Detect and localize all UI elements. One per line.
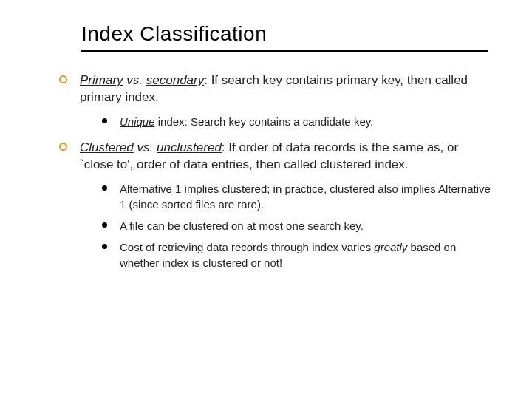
title-rule — [81, 50, 488, 52]
sub-list: Unique index: Search key contains a cand… — [102, 114, 495, 129]
sub-list: Alternative 1 implies clustered; in prac… — [102, 181, 495, 270]
slide-title: Index Classification — [81, 22, 495, 46]
list-item: Alternative 1 implies clustered; in prac… — [102, 181, 495, 212]
list-item: Clustered vs. unclustered: If order of d… — [59, 140, 495, 270]
list-item: A file can be clustered on at most one s… — [102, 218, 495, 233]
list-item: Unique index: Search key contains a cand… — [102, 114, 495, 129]
slide: Index Classification Primary vs. seconda… — [0, 0, 532, 399]
bullet-text: Alternative 1 implies clustered; in prac… — [120, 183, 491, 211]
list-item: Primary vs. secondary: If search key con… — [59, 72, 495, 129]
bullet-text: A file can be clustered on at most one s… — [120, 219, 364, 232]
bullet-text: Cost of retrieving data records through … — [120, 241, 456, 269]
bullet-text: Unique index: Search key contains a cand… — [120, 115, 373, 128]
bullet-list: Primary vs. secondary: If search key con… — [59, 72, 495, 270]
bullet-text: Primary vs. secondary: If search key con… — [80, 73, 468, 104]
list-item: Cost of retrieving data records through … — [102, 239, 495, 270]
bullet-text: Clustered vs. unclustered: If order of d… — [80, 140, 458, 171]
